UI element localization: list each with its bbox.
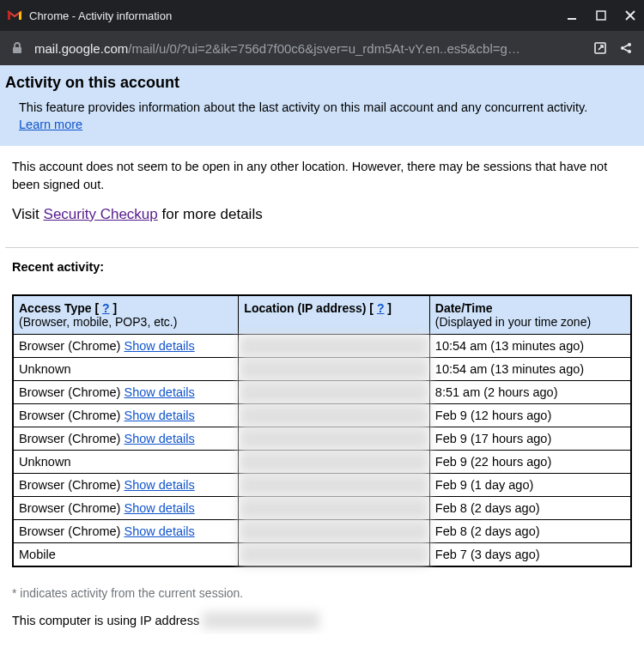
learn-more-link[interactable]: Learn more bbox=[19, 118, 82, 131]
table-row: Browser (Chrome) Show detailsredactedFeb… bbox=[13, 473, 631, 496]
access-cell: Browser (Chrome) Show details bbox=[13, 496, 239, 519]
datetime-cell: Feb 9 (17 hours ago) bbox=[429, 427, 631, 450]
location-cell: redacted bbox=[239, 357, 429, 380]
session-footnote: * indicates activity from the current se… bbox=[0, 567, 644, 607]
show-details-link[interactable]: Show details bbox=[124, 339, 194, 353]
datetime-cell: Feb 7 (3 days ago) bbox=[429, 542, 631, 566]
location-cell: redacted bbox=[239, 496, 429, 519]
open-external-icon[interactable] bbox=[592, 40, 608, 56]
banner: Activity on this account This feature pr… bbox=[0, 65, 644, 146]
table-row: Browser (Chrome) Show detailsredactedFeb… bbox=[13, 496, 631, 519]
datetime-cell: Feb 8 (2 days ago) bbox=[429, 496, 631, 519]
ip-line: This computer is using IP address redact… bbox=[0, 607, 644, 634]
maximize-button[interactable] bbox=[594, 9, 608, 22]
access-cell: Unknown bbox=[13, 450, 239, 473]
show-details-link[interactable]: Show details bbox=[124, 501, 194, 515]
banner-description: This feature provides information about … bbox=[19, 100, 587, 114]
location-cell: redacted bbox=[239, 450, 429, 473]
svg-line-9 bbox=[624, 45, 629, 48]
access-cell: Mobile bbox=[13, 542, 239, 566]
table-row: Browser (Chrome) Show detailsredactedFeb… bbox=[13, 403, 631, 427]
datetime-cell: 10:54 am (13 minutes ago) bbox=[429, 357, 631, 380]
location-cell: redacted bbox=[239, 334, 429, 357]
col-datetime: Date/Time (Displayed in your time zone) bbox=[429, 295, 631, 335]
location-cell: redacted bbox=[239, 473, 429, 496]
address-bar: mail.google.com/mail/u/0/?ui=2&ik=756d7f… bbox=[0, 31, 644, 65]
svg-point-7 bbox=[628, 43, 631, 46]
close-button[interactable] bbox=[623, 9, 637, 22]
ip-address-value: redacted ip address bbox=[203, 612, 319, 629]
url-path: /mail/u/0/?ui=2&ik=756d7f00c6&jsver=u_rd… bbox=[128, 41, 520, 56]
table-row: Browser (Chrome) Show detailsredactedFeb… bbox=[13, 519, 631, 542]
window-controls bbox=[565, 9, 637, 22]
table-row: Browser (Chrome) Show detailsredacted8:5… bbox=[13, 380, 631, 403]
show-details-link[interactable]: Show details bbox=[124, 524, 194, 538]
location-cell: redacted bbox=[239, 403, 429, 427]
activity-table: Access Type [ ? ] (Browser, mobile, POP3… bbox=[12, 294, 632, 567]
datetime-cell: Feb 8 (2 days ago) bbox=[429, 519, 631, 542]
access-cell: Browser (Chrome) Show details bbox=[13, 427, 239, 450]
access-cell: Unknown bbox=[13, 357, 239, 380]
access-cell: Browser (Chrome) Show details bbox=[13, 380, 239, 403]
window-title: Chrome - Activity information bbox=[29, 9, 565, 22]
minimize-button[interactable] bbox=[565, 9, 579, 22]
location-cell: redacted bbox=[239, 519, 429, 542]
location-cell: redacted bbox=[239, 427, 429, 450]
window-titlebar: Chrome - Activity information bbox=[0, 0, 644, 31]
location-cell: redacted bbox=[239, 542, 429, 566]
col-access-type: Access Type [ ? ] (Browser, mobile, POP3… bbox=[13, 295, 239, 335]
table-row: MobileredactedFeb 7 (3 days ago) bbox=[13, 542, 631, 566]
url-text[interactable]: mail.google.com/mail/u/0/?ui=2&ik=756d7f… bbox=[34, 41, 582, 56]
table-row: Unknownredacted10:54 am (13 minutes ago) bbox=[13, 357, 631, 380]
access-cell: Browser (Chrome) Show details bbox=[13, 334, 239, 357]
datetime-cell: 8:51 am (2 hours ago) bbox=[429, 380, 631, 403]
svg-rect-4 bbox=[13, 47, 21, 53]
session-status-text: This account does not seem to be open in… bbox=[12, 158, 632, 194]
visit-line: Visit Security Checkup for more details bbox=[12, 206, 632, 223]
security-checkup-link[interactable]: Security Checkup bbox=[44, 206, 158, 222]
col-location: Location (IP address) [ ? ] bbox=[239, 295, 429, 335]
lock-icon[interactable] bbox=[10, 41, 24, 55]
show-details-link[interactable]: Show details bbox=[124, 409, 194, 422]
show-details-link[interactable]: Show details bbox=[124, 385, 194, 399]
svg-point-8 bbox=[628, 50, 631, 53]
table-row: Browser (Chrome) Show detailsredacted10:… bbox=[13, 334, 631, 357]
datetime-cell: Feb 9 (12 hours ago) bbox=[429, 403, 631, 427]
gmail-icon bbox=[7, 8, 22, 23]
access-cell: Browser (Chrome) Show details bbox=[13, 473, 239, 496]
location-cell: redacted bbox=[239, 380, 429, 403]
show-details-link[interactable]: Show details bbox=[124, 432, 194, 445]
share-icon[interactable] bbox=[618, 40, 634, 56]
svg-rect-1 bbox=[597, 11, 605, 20]
page-title: Activity on this account bbox=[5, 74, 639, 92]
access-cell: Browser (Chrome) Show details bbox=[13, 403, 239, 427]
datetime-cell: 10:54 am (13 minutes ago) bbox=[429, 334, 631, 357]
table-row: UnknownredactedFeb 9 (22 hours ago) bbox=[13, 450, 631, 473]
datetime-cell: Feb 9 (1 day ago) bbox=[429, 473, 631, 496]
access-help-link[interactable]: ? bbox=[102, 301, 110, 315]
url-host: mail.google.com bbox=[34, 41, 128, 56]
svg-line-10 bbox=[624, 49, 629, 51]
access-cell: Browser (Chrome) Show details bbox=[13, 519, 239, 542]
show-details-link[interactable]: Show details bbox=[124, 478, 194, 492]
datetime-cell: Feb 9 (22 hours ago) bbox=[429, 450, 631, 473]
table-row: Browser (Chrome) Show detailsredactedFeb… bbox=[13, 427, 631, 450]
recent-activity-label: Recent activity: bbox=[0, 248, 644, 282]
